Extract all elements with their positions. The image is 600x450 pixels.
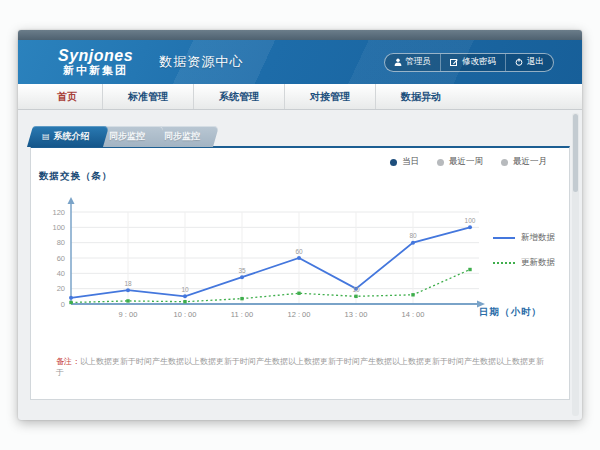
svg-text:120: 120 bbox=[52, 208, 65, 217]
radio-selected-icon bbox=[390, 159, 397, 166]
tab-sync-monitor-2-label: 同步监控 bbox=[164, 126, 200, 147]
radio-icon bbox=[501, 159, 508, 166]
svg-text:20: 20 bbox=[57, 284, 65, 293]
x-axis-title: 日期（小时） bbox=[479, 306, 542, 319]
change-password-button[interactable]: 修改密码 bbox=[440, 54, 505, 71]
blue-line-swatch-icon bbox=[493, 237, 515, 239]
svg-text:10 : 00: 10 : 00 bbox=[174, 310, 197, 319]
company-logo: Synjones 新中新集团 bbox=[58, 48, 133, 76]
nav-item-data-change[interactable]: 数据异动 bbox=[375, 84, 466, 109]
legend-new-data-label: 新增数据 bbox=[521, 232, 555, 244]
svg-text:100: 100 bbox=[465, 217, 476, 224]
svg-text:14 : 00: 14 : 00 bbox=[402, 310, 425, 319]
radio-icon bbox=[437, 159, 444, 166]
logo-text-en: Synjones bbox=[58, 48, 133, 65]
admin-user-label: 管理员 bbox=[406, 56, 432, 68]
filter-today-label: 当日 bbox=[402, 156, 419, 168]
footnote-prefix: 备注： bbox=[56, 357, 80, 366]
svg-text:60: 60 bbox=[295, 248, 303, 255]
change-password-label: 修改密码 bbox=[462, 56, 496, 68]
nav-item-system-mgmt[interactable]: 系统管理 bbox=[193, 84, 284, 109]
document-icon: ▤ bbox=[42, 133, 50, 141]
filter-last-week[interactable]: 最近一周 bbox=[437, 156, 483, 168]
green-dotted-swatch-icon bbox=[493, 262, 515, 264]
legend-updated-data-label: 更新数据 bbox=[521, 257, 555, 269]
tab-bar: ▤ 系统介绍 同步监控 同步监控 bbox=[30, 126, 207, 147]
svg-text:0: 0 bbox=[61, 300, 65, 309]
svg-text:12 : 00: 12 : 00 bbox=[288, 310, 311, 319]
nav-item-interface-mgmt[interactable]: 对接管理 bbox=[284, 84, 375, 109]
logout-label: 退出 bbox=[527, 56, 544, 68]
svg-text:11 : 00: 11 : 00 bbox=[231, 310, 253, 319]
user-menu: 管理员 修改密码 退出 bbox=[384, 53, 555, 72]
svg-text:18: 18 bbox=[124, 280, 132, 287]
filter-last-week-label: 最近一周 bbox=[449, 156, 483, 168]
chart-legend: 新增数据 更新数据 bbox=[493, 232, 555, 282]
page-title: 数据资源中心 bbox=[159, 53, 243, 71]
legend-item-new-data: 新增数据 bbox=[493, 232, 555, 244]
nav-item-home[interactable]: 首页 bbox=[32, 84, 102, 109]
line-chart: 0204060801001209 : 0010 : 0011 : 0012 : … bbox=[33, 194, 488, 334]
filter-last-month[interactable]: 最近一月 bbox=[501, 156, 547, 168]
svg-text:40: 40 bbox=[57, 269, 65, 278]
admin-user-button[interactable]: 管理员 bbox=[385, 54, 441, 71]
legend-item-updated-data: 更新数据 bbox=[493, 257, 555, 269]
nav-item-standard-mgmt[interactable]: 标准管理 bbox=[102, 84, 193, 109]
svg-text:10: 10 bbox=[352, 286, 360, 293]
svg-text:60: 60 bbox=[57, 254, 65, 263]
filter-last-month-label: 最近一月 bbox=[513, 156, 547, 168]
tab-sync-monitor-1-label: 同步监控 bbox=[109, 126, 145, 147]
filter-today[interactable]: 当日 bbox=[390, 156, 419, 168]
svg-text:13 : 00: 13 : 00 bbox=[345, 310, 368, 319]
scrollbar-thumb[interactable] bbox=[573, 114, 578, 192]
footnote-text: 以上数据更新于时间产生数据以上数据更新于时间产生数据以上数据更新于时间产生数据以… bbox=[56, 357, 544, 377]
svg-text:35: 35 bbox=[238, 267, 246, 274]
svg-text:9 : 00: 9 : 00 bbox=[119, 310, 138, 319]
svg-text:100: 100 bbox=[52, 223, 65, 232]
content-area: ▤ 系统介绍 同步监控 同步监控 当日 最近一周 bbox=[18, 110, 582, 420]
power-icon bbox=[515, 58, 523, 66]
tab-system-intro-label: 系统介绍 bbox=[54, 126, 90, 147]
app-window: Synjones 新中新集团 数据资源中心 管理员 修改密码 退出 bbox=[18, 30, 582, 420]
svg-text:80: 80 bbox=[409, 232, 417, 239]
chart-panel: 当日 最近一周 最近一月 数据交换（条） 0204060801001209 : … bbox=[30, 146, 570, 400]
footnote: 备注：以上数据更新于时间产生数据以上数据更新于时间产生数据以上数据更新于时间产生… bbox=[56, 356, 551, 378]
window-top-strip bbox=[18, 30, 582, 40]
svg-text:10: 10 bbox=[181, 286, 189, 293]
app-header: Synjones 新中新集团 数据资源中心 管理员 修改密码 退出 bbox=[18, 40, 582, 84]
time-range-filters: 当日 最近一周 最近一月 bbox=[390, 156, 547, 168]
vertical-scrollbar[interactable] bbox=[572, 113, 579, 416]
logout-button[interactable]: 退出 bbox=[505, 54, 553, 71]
logo-text-cn: 新中新集团 bbox=[58, 65, 133, 77]
tab-system-intro[interactable]: ▤ 系统介绍 bbox=[27, 126, 109, 147]
svg-text:80: 80 bbox=[57, 238, 65, 247]
y-axis-title: 数据交换（条） bbox=[39, 170, 113, 183]
main-nav: 首页 标准管理 系统管理 对接管理 数据异动 bbox=[18, 84, 582, 110]
user-icon bbox=[394, 58, 402, 66]
edit-icon bbox=[450, 58, 458, 66]
